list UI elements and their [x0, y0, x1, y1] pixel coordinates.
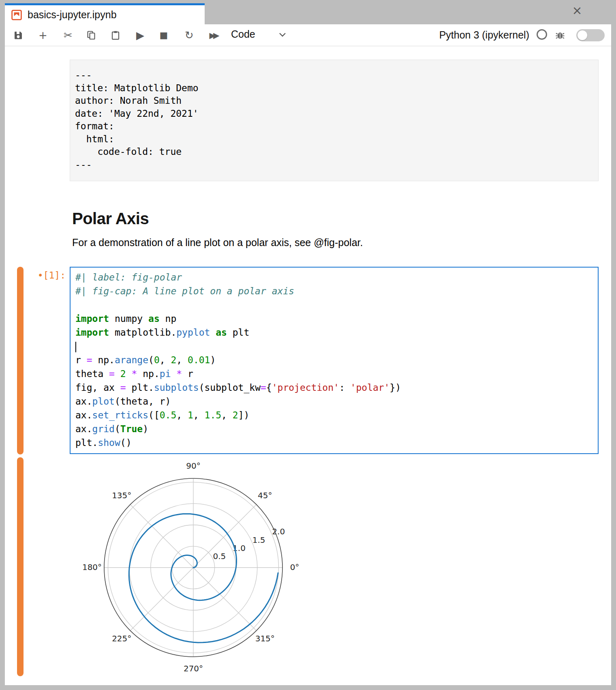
notebook-tab[interactable]: basics-jupyter.ipynb — [5, 3, 205, 24]
output-cell-collapser[interactable] — [17, 457, 24, 676]
section-heading: Polar Axis — [72, 210, 149, 228]
simple-mode-toggle[interactable] — [576, 29, 605, 41]
fast-forward-icon: ▶▶ — [210, 31, 220, 39]
restart-run-all-button[interactable]: ▶▶ — [206, 27, 222, 43]
stop-icon: ■ — [160, 31, 168, 40]
run-cell-button[interactable]: ▶ — [132, 27, 148, 43]
save-button[interactable] — [10, 27, 26, 43]
save-icon — [13, 30, 23, 40]
notebook-panel: + ✂ ▶ ■ ↻ ▶▶ Code — [5, 24, 611, 685]
code-line: theta = 2 * np.pi * r — [75, 367, 598, 381]
raw-frontmatter-cell[interactable]: --- title: Matplotlib Demo author: Norah… — [70, 60, 599, 181]
code-line: plt.show() — [75, 436, 598, 450]
input-cell-collapser[interactable] — [17, 267, 24, 454]
scissors-icon: ✂ — [64, 30, 73, 41]
polar-plot-output: 0°45°90°135°180°225°270°315°0.51.01.52.0 — [73, 460, 316, 679]
code-line: import numpy as np — [75, 312, 598, 326]
code-line: ax.plot(theta, r) — [75, 394, 598, 408]
code-line: #| fig-cap: A line plot on a polar axis — [75, 284, 598, 298]
theta-tick-label: 180° — [82, 562, 102, 572]
cut-cell-button[interactable]: ✂ — [60, 27, 76, 43]
code-editor[interactable]: #| label: fig-polar#| fig-cap: A line pl… — [70, 267, 599, 454]
toggle-knob — [578, 30, 587, 40]
clipboard-icon — [111, 30, 120, 40]
copy-cell-button[interactable] — [83, 27, 99, 43]
r-tick-label: 2.0 — [272, 527, 285, 536]
tab-close-icon[interactable]: × — [570, 3, 584, 18]
cell-type-dropdown[interactable]: Code — [231, 28, 255, 40]
run-icon: ▶ — [136, 30, 144, 41]
text-cursor — [75, 342, 76, 352]
code-line — [75, 298, 598, 312]
interrupt-kernel-button[interactable]: ■ — [156, 27, 172, 43]
theta-tick-label: 135° — [112, 491, 131, 500]
spiral-line-series — [129, 514, 278, 643]
paste-cell-button[interactable] — [107, 27, 124, 43]
tab-title: basics-jupyter.ipynb — [28, 9, 117, 21]
code-line: ax.set_rticks([0.5, 1, 1.5, 2]) — [75, 408, 598, 422]
theta-tick-label: 270° — [184, 664, 203, 673]
theta-tick-label: 90° — [186, 461, 200, 471]
kernel-name[interactable]: Python 3 (ipykernel) — [439, 29, 529, 41]
theta-tick-label: 315° — [255, 634, 275, 643]
notebook-toolbar: + ✂ ▶ ■ ↻ ▶▶ Code — [5, 24, 611, 46]
code-line: #| label: fig-polar — [75, 270, 598, 284]
notebook-file-icon — [11, 10, 22, 20]
code-line: ax.grid(True) — [75, 422, 598, 436]
debugger-bug-icon[interactable] — [554, 29, 566, 41]
theta-tick-label: 0° — [290, 562, 299, 572]
theta-tick-label: 225° — [112, 634, 131, 643]
restart-kernel-button[interactable]: ↻ — [181, 27, 197, 43]
code-line: fig, ax = plt.subplots(subplot_kw={'proj… — [75, 381, 598, 394]
code-line: r = np.arange(0, 2, 0.01) — [75, 353, 598, 367]
markdown-paragraph: For a demonstration of a line plot on a … — [72, 237, 363, 249]
r-tick-label: 1.5 — [252, 535, 265, 545]
chevron-down-icon[interactable] — [279, 32, 286, 37]
restart-icon: ↻ — [185, 30, 194, 41]
r-tick-label: 0.5 — [213, 551, 226, 561]
code-line: import matplotlib.pyplot as plt — [75, 326, 598, 339]
theta-tick-label: 45° — [258, 491, 272, 500]
execution-count-prompt: •[1]: — [21, 270, 66, 281]
code-line — [75, 339, 598, 353]
copy-icon — [86, 30, 96, 40]
add-cell-button[interactable]: + — [35, 27, 51, 43]
kernel-status-icon[interactable] — [537, 29, 547, 40]
plus-icon: + — [38, 30, 47, 41]
